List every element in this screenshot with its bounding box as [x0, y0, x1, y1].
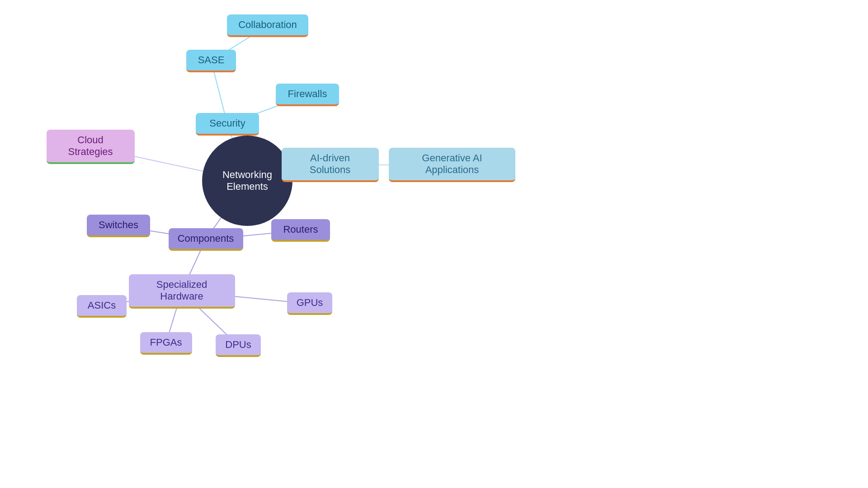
routers-label: Routers	[271, 219, 330, 242]
fpgas-node[interactable]: FPGAs	[140, 331, 192, 356]
center-label: Networking Elements	[202, 169, 292, 192]
security-label: Security	[196, 113, 259, 136]
gpus-label: GPUs	[287, 292, 332, 315]
collaboration-label: Collaboration	[227, 14, 308, 37]
center-node[interactable]: Networking Elements	[202, 136, 292, 226]
firewalls-node[interactable]: Firewalls	[276, 83, 339, 108]
dpus-label: DPUs	[216, 334, 261, 357]
cloud-strategies-label: Cloud Strategies	[47, 130, 135, 164]
components-label: Components	[169, 228, 243, 251]
cloud-strategies-node[interactable]: Cloud Strategies	[47, 135, 135, 160]
ai-driven-node[interactable]: AI-driven Solutions	[282, 153, 379, 178]
ai-driven-label: AI-driven Solutions	[282, 148, 379, 182]
specialized-hardware-node[interactable]: Specialized Hardware	[129, 279, 235, 304]
specialized-hardware-label: Specialized Hardware	[129, 274, 235, 309]
switches-label: Switches	[87, 215, 150, 237]
asics-label: ASICs	[77, 295, 127, 318]
asics-node[interactable]: ASICs	[77, 294, 127, 319]
security-node[interactable]: Security	[196, 112, 259, 137]
switches-node[interactable]: Switches	[87, 214, 150, 239]
routers-node[interactable]: Routers	[271, 218, 330, 243]
collaboration-node[interactable]: Collaboration	[227, 14, 308, 38]
generative-ai-label: Generative AI Applications	[389, 148, 515, 182]
sase-node[interactable]: SASE	[186, 49, 236, 74]
components-node[interactable]: Components	[169, 227, 243, 252]
dpus-node[interactable]: DPUs	[216, 333, 261, 358]
firewalls-label: Firewalls	[276, 84, 339, 106]
sase-label: SASE	[186, 50, 236, 72]
fpgas-label: FPGAs	[140, 332, 192, 355]
generative-ai-node[interactable]: Generative AI Applications	[389, 153, 515, 178]
gpus-node[interactable]: GPUs	[287, 291, 332, 316]
